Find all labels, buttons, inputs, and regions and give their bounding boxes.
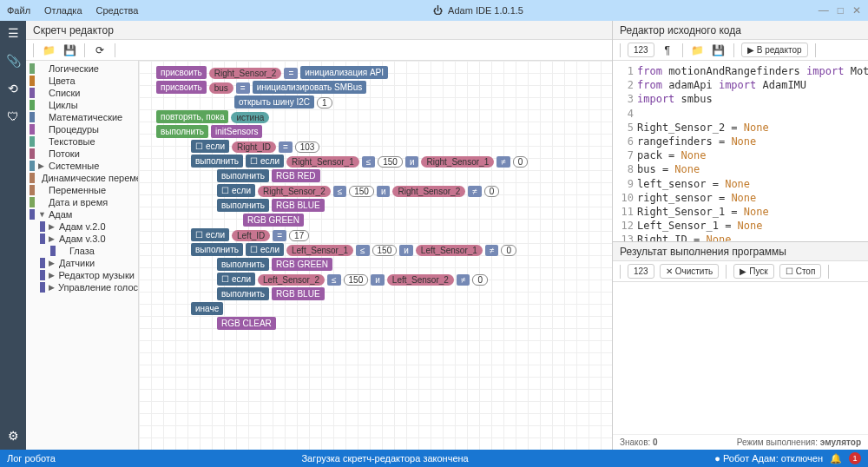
folder-icon[interactable]: 📁 bbox=[690, 43, 706, 58]
start-button[interactable]: ▶ Пуск bbox=[733, 264, 773, 279]
category-item[interactable]: ▶Редактор музыки bbox=[26, 269, 138, 281]
app-title: Adam IDE 1.0.1.5 bbox=[448, 5, 523, 16]
debug-icon[interactable]: ⟲ bbox=[8, 82, 18, 95]
load-status: Загрузка скретч-редактора закончена bbox=[301, 453, 468, 464]
pilcrow-icon[interactable]: ¶ bbox=[660, 43, 675, 58]
security-icon[interactable]: 🛡 bbox=[7, 109, 19, 123]
block-canvas[interactable]: присвоитьRight_Sensor_2=инициализация AP… bbox=[139, 61, 612, 450]
save-icon[interactable]: 💾 bbox=[62, 43, 77, 58]
category-item[interactable]: ▶Адам v.2.0 bbox=[26, 220, 138, 233]
menu-file[interactable]: Файл bbox=[7, 5, 30, 16]
bell-icon[interactable]: 🔔 bbox=[830, 453, 842, 464]
robot-log[interactable]: Лог робота bbox=[7, 453, 56, 464]
category-item[interactable]: Динамические переменные bbox=[26, 172, 138, 184]
maximize-button[interactable]: □ bbox=[838, 4, 844, 16]
robot-status: ● Робот Адам: отключен bbox=[714, 453, 823, 464]
status-info: Знаков: 0 Режим выполнения: эмулятор bbox=[613, 434, 868, 450]
block-categories: ЛогическиеЦветаСпискиЦиклыМатематические… bbox=[26, 61, 139, 450]
category-item[interactable]: ▶Датчики bbox=[26, 257, 138, 269]
category-item[interactable]: Списки bbox=[26, 87, 138, 99]
code-pane: Редактор исходного кода 123 ¶ 📁 💾 ▶ В ре… bbox=[613, 21, 868, 450]
settings-icon[interactable]: ⚙ bbox=[8, 429, 19, 443]
folder-icon[interactable]: 📁 bbox=[41, 43, 56, 58]
line-numbers-button[interactable]: 123 bbox=[628, 43, 654, 57]
category-item[interactable]: ▶Системные bbox=[26, 160, 138, 172]
bottom-status-bar: Лог робота Загрузка скретч-редактора зак… bbox=[0, 450, 868, 467]
scratch-toolbar: 📁 💾 ⟳ bbox=[26, 40, 612, 61]
result-title: Результат выполнения программы bbox=[613, 242, 868, 261]
result-pane: Результат выполнения программы 123 ✕ Очи… bbox=[613, 241, 868, 450]
category-item[interactable]: Математические bbox=[26, 111, 138, 123]
category-item[interactable]: Текстовые bbox=[26, 135, 138, 148]
minimize-button[interactable]: — bbox=[819, 4, 829, 16]
category-item[interactable]: ▼Адам bbox=[26, 208, 138, 220]
category-item[interactable]: Дата и время bbox=[26, 196, 138, 208]
clear-button[interactable]: ✕ Очистить bbox=[660, 264, 720, 279]
menu-tools[interactable]: Средства bbox=[96, 5, 139, 16]
notification-badge[interactable]: 1 bbox=[849, 452, 861, 464]
code-text[interactable]: 1from motionAndRangefinders import Motio… bbox=[613, 61, 868, 241]
app-icon: ⏻ bbox=[433, 5, 443, 16]
attach-icon[interactable]: 📎 bbox=[6, 54, 21, 68]
result-toolbar: 123 ✕ Очистить ▶ Пуск ☐ Стоп bbox=[613, 261, 868, 282]
save-icon[interactable]: 💾 bbox=[711, 43, 727, 58]
scratch-editor-title: Скретч редактор bbox=[26, 21, 612, 40]
category-item[interactable]: Процедуры bbox=[26, 123, 138, 135]
code-toolbar: 123 ¶ 📁 💾 ▶ В редактор bbox=[613, 40, 868, 61]
hamburger-icon[interactable]: ☰ bbox=[8, 26, 19, 40]
title-bar: Файл Отладка Средства ⏻ Adam IDE 1.0.1.5… bbox=[0, 0, 868, 21]
category-item[interactable]: ▶Управление голосом bbox=[26, 281, 138, 293]
category-item[interactable]: Переменные bbox=[26, 184, 138, 196]
main-menu: Файл Отладка Средства bbox=[7, 5, 138, 16]
scratch-editor-pane: Скретч редактор 📁 💾 ⟳ ЛогическиеЦветаСпи… bbox=[26, 21, 613, 450]
line-numbers-button[interactable]: 123 bbox=[628, 264, 654, 279]
category-item[interactable]: Логические bbox=[26, 62, 138, 75]
category-item[interactable]: ▶Адам v.3.0 bbox=[26, 233, 138, 245]
menu-debug[interactable]: Отладка bbox=[44, 5, 82, 16]
activity-bar: ☰ 📎 ⟲ 🛡 ⚙ bbox=[0, 21, 26, 450]
to-editor-button[interactable]: ▶ В редактор bbox=[741, 43, 808, 57]
close-button[interactable]: ✕ bbox=[852, 4, 861, 16]
code-editor-title: Редактор исходного кода bbox=[613, 21, 868, 40]
category-item[interactable]: Потоки bbox=[26, 148, 138, 160]
category-item[interactable]: Цвета bbox=[26, 75, 138, 87]
category-item[interactable]: Циклы bbox=[26, 99, 138, 111]
refresh-icon[interactable]: ⟳ bbox=[92, 43, 108, 58]
stop-button[interactable]: ☐ Стоп bbox=[779, 264, 822, 279]
category-item[interactable]: Глаза bbox=[26, 245, 138, 257]
